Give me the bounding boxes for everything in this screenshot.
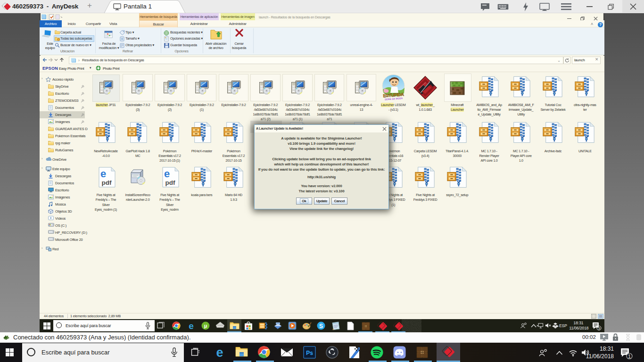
svg-text:e: e bbox=[216, 346, 223, 359]
svg-text:Ps: Ps bbox=[306, 350, 313, 356]
svg-text:μ: μ bbox=[204, 323, 207, 329]
svg-text:3: 3 bbox=[598, 326, 600, 330]
svg-text:e: e bbox=[189, 321, 194, 330]
svg-text:S: S bbox=[319, 323, 323, 329]
svg-text:1: 1 bbox=[628, 354, 631, 359]
